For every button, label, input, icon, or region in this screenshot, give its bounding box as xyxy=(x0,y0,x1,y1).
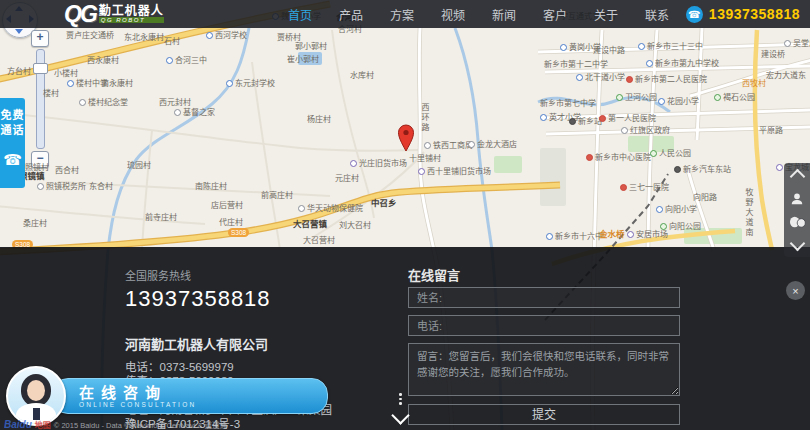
map-zoom-in-button[interactable]: + xyxy=(31,30,49,47)
logo[interactable]: QG 勤工机器人 QG ROBOT xyxy=(64,1,164,27)
pan-down-arrow[interactable] xyxy=(15,29,23,34)
nav-menu: 首页产品方案视频新闻客户关于联系 xyxy=(288,0,669,28)
consult-title: 在线咨询 xyxy=(79,385,317,401)
free-call-tab[interactable]: 免费 通话 ☎ xyxy=(0,98,25,188)
company-name: 河南勤工机器人有限公司 xyxy=(125,334,332,353)
nav-item-0[interactable]: 首页 xyxy=(288,6,312,23)
message-textarea[interactable]: 留言：您留言后，我们会很快和您电话联系，同时非常感谢您的关注，愿我们合作成功。 xyxy=(408,343,680,396)
baidu-logo: Baidu xyxy=(4,419,32,430)
hotline-label: 全国服务热线 xyxy=(125,267,332,283)
map-zoom-slider-handle[interactable] xyxy=(33,63,48,74)
hotline-number: 13937358818 xyxy=(125,286,332,312)
qq-chat-icon[interactable] xyxy=(789,216,806,228)
nav-item-5[interactable]: 客户 xyxy=(543,6,567,23)
nav-phone: ☎ 13937358818 xyxy=(686,0,800,28)
form-title: 在线留言 xyxy=(408,265,680,280)
free-call-label-2: 通话 xyxy=(1,123,25,138)
scroll-chevron-down-icon xyxy=(391,406,409,424)
map-zoom-control: + − xyxy=(31,30,49,168)
nav-item-2[interactable]: 方案 xyxy=(390,6,414,23)
phone-input[interactable] xyxy=(408,315,680,336)
phone-icon: ☎ xyxy=(686,6,703,23)
nav-item-6[interactable]: 关于 xyxy=(594,6,618,23)
scroll-dot xyxy=(399,402,402,405)
consult-subtitle: ONLINE CONSULTATION xyxy=(79,401,317,408)
chevron-down-icon[interactable] xyxy=(789,236,805,252)
free-call-label-1: 免费 xyxy=(1,108,25,123)
page: 魏庄村小学合河乡合河村环宇互通式立交桥贾卢庄交通桥东北永康村石村西河学校贾桥村郭… xyxy=(0,0,810,430)
consultant-avatar xyxy=(6,366,66,426)
message-form: 在线留言 留言：您留言后，我们会很快和您电话联系，同时非常感谢您的关注，愿我们合… xyxy=(408,265,680,425)
map-parks xyxy=(298,52,742,244)
online-consult-widget[interactable]: 在线咨询 ONLINE CONSULTATION xyxy=(6,366,328,426)
name-input[interactable] xyxy=(408,287,680,308)
logo-subtitle: QG ROBOT xyxy=(99,17,164,23)
avatar-face xyxy=(27,380,45,401)
logo-text: 勤工机器人 QG ROBOT xyxy=(99,5,164,24)
nav-item-3[interactable]: 视频 xyxy=(441,6,465,23)
close-button[interactable]: × xyxy=(786,281,805,300)
right-floating-toolbar xyxy=(784,163,810,257)
scroll-dot xyxy=(399,393,402,396)
attribution-text: © 2015 Baidu - Data © NavInfo & CenNavi … xyxy=(54,419,227,430)
map-zoom-out-button[interactable]: − xyxy=(31,151,49,168)
consult-banner[interactable]: 在线咨询 ONLINE CONSULTATION xyxy=(52,378,328,414)
nav-item-7[interactable]: 联系 xyxy=(645,6,669,23)
logo-mark: QG xyxy=(64,1,96,28)
map-zoom-slider-track[interactable] xyxy=(36,49,45,149)
map-attribution: Baidu 地图 © 2015 Baidu - Data © NavInfo &… xyxy=(4,419,227,430)
navbar: QG 勤工机器人 QG ROBOT 首页产品方案视频新闻客户关于联系 ☎ 139… xyxy=(0,0,810,28)
baidu-logo-cn: 地图 xyxy=(35,419,51,430)
chevron-up-icon[interactable] xyxy=(789,169,805,185)
scroll-dot xyxy=(399,398,402,401)
map-pin-marker[interactable] xyxy=(395,124,417,152)
nav-phone-number[interactable]: 13937358818 xyxy=(709,6,800,22)
nav-item-4[interactable]: 新闻 xyxy=(492,6,516,23)
contact-person-icon[interactable] xyxy=(790,192,804,206)
logo-company-name: 勤工机器人 xyxy=(99,5,164,18)
submit-button[interactable]: 提交 xyxy=(408,404,680,425)
scroll-down-indicator[interactable] xyxy=(394,393,407,422)
telephone-icon: ☎ xyxy=(3,151,22,169)
nav-item-1[interactable]: 产品 xyxy=(339,6,363,23)
